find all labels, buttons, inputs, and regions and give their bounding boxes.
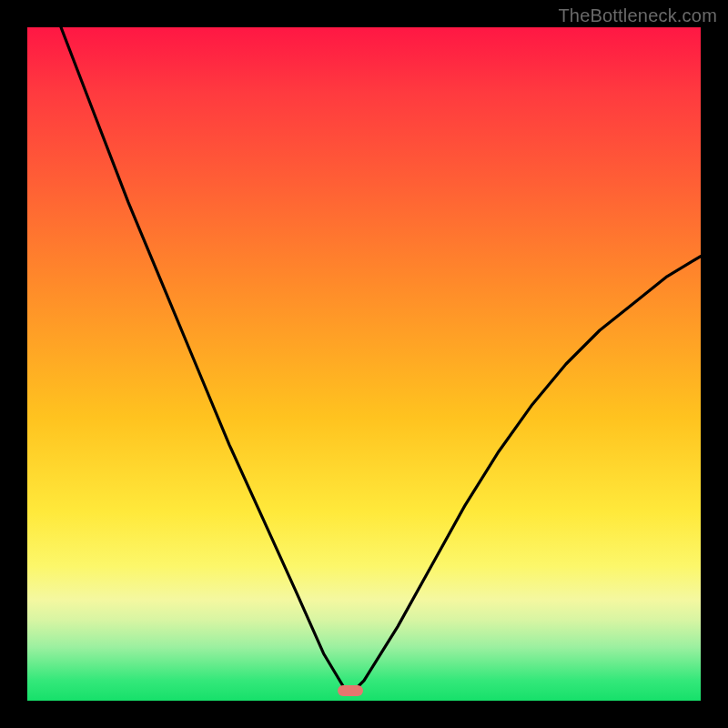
bottleneck-curve [27,27,701,701]
optimal-marker [338,685,363,696]
chart-frame: TheBottleneck.com [0,0,728,728]
watermark-text: TheBottleneck.com [558,5,717,26]
plot-area [27,27,701,701]
curve-path [61,27,701,694]
